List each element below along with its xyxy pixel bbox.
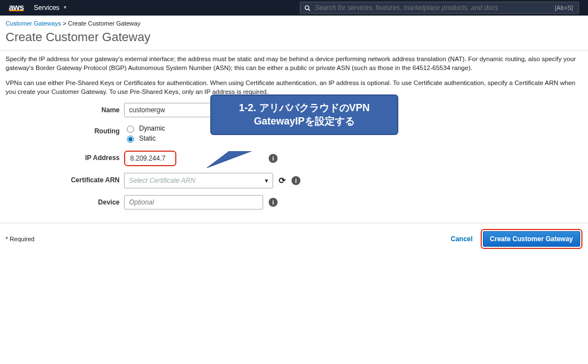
search-shortcut-hint: [Alt+S]	[549, 4, 579, 11]
search-icon	[300, 5, 314, 11]
breadcrumb: Customer Gateways > Create Customer Gate…	[0, 16, 588, 29]
info-icon[interactable]: i	[269, 154, 278, 163]
aws-logo-text: aws	[9, 2, 24, 12]
ip-address-input[interactable]	[126, 152, 175, 164]
certificate-arn-placeholder: Select Certificate ARN	[129, 177, 195, 185]
refresh-icon[interactable]: ⟳	[279, 176, 286, 186]
routing-dynamic-option[interactable]: Dynamic	[124, 124, 165, 133]
info-icon[interactable]: i	[291, 176, 300, 185]
certificate-arn-label: Certificate ARN	[6, 173, 124, 184]
aws-logo[interactable]: aws	[9, 2, 24, 11]
caret-down-icon: ▼	[63, 5, 67, 10]
form-footer: * Required Cancel Create Customer Gatewa…	[0, 223, 588, 255]
breadcrumb-parent-link[interactable]: Customer Gateways	[6, 20, 61, 27]
svg-line-1	[308, 9, 310, 11]
intro-paragraph-1: Specify the IP address for your gateway'…	[6, 55, 582, 72]
services-menu[interactable]: Services ▼	[34, 4, 67, 12]
top-nav: aws Services ▼ [Alt+S]	[0, 0, 588, 16]
global-search[interactable]: [Alt+S]	[300, 2, 579, 14]
annotation-callout: 1-2. アリババクラウドのVPN GatewayIPを設定する	[210, 94, 398, 135]
svg-marker-2	[207, 151, 251, 168]
intro-paragraph-2: VPNs can use either Pre-Shared Keys or C…	[6, 79, 582, 96]
caret-down-icon: ▾	[265, 177, 268, 185]
required-hint: * Required	[6, 236, 34, 242]
page-title: Create Customer Gateway	[0, 29, 588, 51]
routing-dynamic-label: Dynamic	[139, 124, 165, 132]
ip-address-label: IP Address	[6, 151, 124, 162]
cancel-button[interactable]: Cancel	[451, 235, 472, 243]
device-input[interactable]	[124, 195, 263, 210]
name-label: Name	[6, 103, 124, 114]
device-label: Device	[6, 195, 124, 206]
annotation-highlight-ip	[124, 151, 176, 166]
svg-point-0	[305, 6, 309, 9]
services-label: Services	[34, 4, 60, 12]
create-customer-gateway-button[interactable]: Create Customer Gateway	[483, 231, 580, 247]
routing-static-label: Static	[139, 134, 156, 142]
routing-static-radio[interactable]	[127, 136, 134, 143]
annotation-highlight-create: Create Customer Gateway	[481, 229, 582, 249]
certificate-arn-select[interactable]: Select Certificate ARN ▾	[124, 173, 273, 188]
annotation-callout-tail	[207, 151, 251, 173]
routing-static-option[interactable]: Static	[124, 134, 165, 143]
routing-label: Routing	[6, 124, 124, 135]
breadcrumb-current: Create Customer Gateway	[68, 20, 140, 27]
info-icon[interactable]: i	[269, 198, 278, 207]
search-input[interactable]	[314, 3, 549, 12]
routing-dynamic-radio[interactable]	[127, 126, 134, 133]
